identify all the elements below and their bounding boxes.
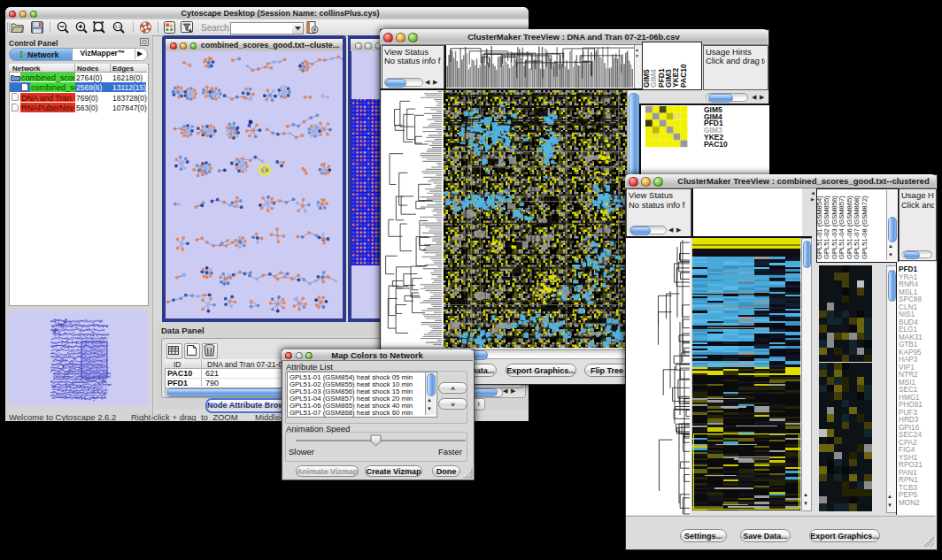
svg-text:GPL51-08 (GSM872): GPL51-08 (GSM872)	[861, 196, 869, 259]
svg-text:PAC10: PAC10	[679, 64, 688, 88]
svg-text:1:1: 1:1	[115, 24, 121, 29]
